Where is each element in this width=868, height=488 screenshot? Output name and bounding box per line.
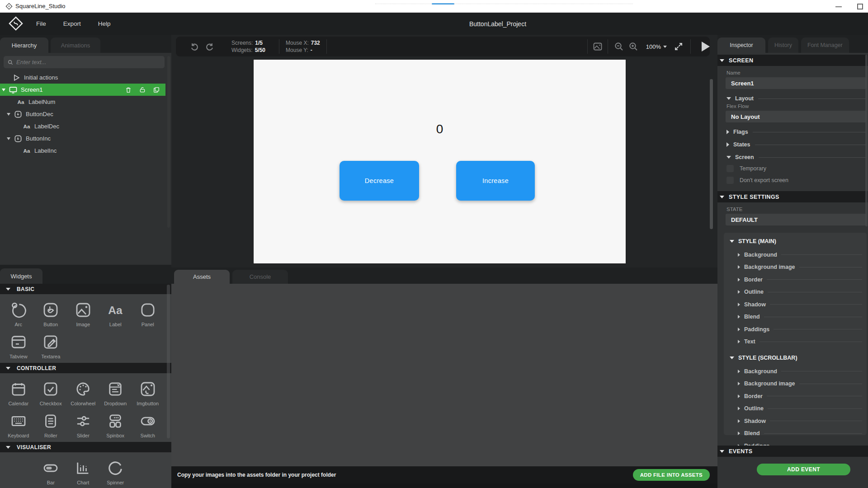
checkbox[interactable] xyxy=(726,165,734,172)
tree-item-buttondec[interactable]: ButtonDec xyxy=(0,108,165,120)
tree-item-labelinc[interactable]: Aa LabelInc xyxy=(0,145,165,157)
style-main-shadow[interactable]: Shadow xyxy=(738,301,862,308)
tree-item-screen1[interactable]: Screen1 xyxy=(0,84,165,96)
widget-tabview[interactable]: Tabview xyxy=(2,331,35,359)
name-field[interactable]: Screen1 xyxy=(726,77,866,89)
search-input[interactable] xyxy=(16,59,161,66)
widget-checkbox[interactable]: Checkbox xyxy=(35,378,67,406)
widget-switch[interactable]: Switch xyxy=(132,410,164,438)
style-scrollbar-blend[interactable]: Blend xyxy=(738,430,862,436)
style-scrollbar-background-image[interactable]: Background image xyxy=(738,380,862,387)
style-settings-header[interactable]: STYLE SETTINGS xyxy=(717,191,868,202)
widget-spinner[interactable]: Spinner xyxy=(99,457,132,485)
zoom-level-dropdown[interactable]: 100% xyxy=(646,43,667,50)
widget-roller[interactable]: Roller xyxy=(35,410,67,438)
counter-label[interactable]: 0 xyxy=(436,122,443,136)
tree-item-buttoninc[interactable]: ButtonInc xyxy=(0,132,165,145)
expand-caret-icon[interactable] xyxy=(7,137,10,140)
add-event-button[interactable]: ADD EVENT xyxy=(757,464,850,475)
section-basic[interactable]: BASIC xyxy=(0,284,171,294)
style-main-blend[interactable]: Blend xyxy=(738,314,862,320)
flags-group[interactable]: Flags xyxy=(726,129,866,135)
style-scrollbar-shadow[interactable]: Shadow xyxy=(738,418,862,424)
background-image-icon[interactable] xyxy=(592,41,603,52)
widget-arc[interactable]: Arc xyxy=(2,299,35,327)
style-scrollbar-border[interactable]: Border xyxy=(738,393,862,399)
style-main-text[interactable]: Text xyxy=(738,338,862,345)
tab-history[interactable]: History xyxy=(768,38,798,53)
unlock-icon[interactable] xyxy=(139,86,146,94)
hierarchy-scrollbar[interactable] xyxy=(167,56,170,228)
delete-icon[interactable] xyxy=(125,86,132,94)
states-group[interactable]: States xyxy=(726,141,866,148)
widget-label[interactable]: Aa Label xyxy=(99,299,132,327)
widget-image[interactable]: Image xyxy=(67,299,99,327)
section-visualiser[interactable]: VISUALISER xyxy=(0,442,171,452)
style-main-paddings[interactable]: Paddings xyxy=(738,326,862,333)
widget-slider[interactable]: Slider xyxy=(67,410,99,438)
tree-item-labelnum[interactable]: Aa LabelNum xyxy=(0,96,165,108)
style-main-background[interactable]: Background xyxy=(738,252,862,258)
zoom-in-icon[interactable] xyxy=(628,41,639,52)
flex-flow-field[interactable]: No Layout xyxy=(726,111,866,122)
layout-group[interactable]: Layout xyxy=(726,95,866,102)
canvas-scrollbar[interactable] xyxy=(710,79,713,229)
tab-animations[interactable]: Animations xyxy=(51,38,100,53)
add-file-into-assets-button[interactable]: ADD FILE INTO ASSETS xyxy=(633,469,710,481)
dont-export-checkbox-row[interactable]: Don't export screen xyxy=(726,177,868,184)
style-main-outline[interactable]: Outline xyxy=(738,289,862,295)
style-main-border[interactable]: Border xyxy=(738,277,862,283)
widgets-scrollbar[interactable] xyxy=(167,285,170,438)
expand-caret-icon[interactable] xyxy=(2,89,5,91)
tab-console[interactable]: Console xyxy=(232,270,288,284)
widget-spinbox[interactable]: Spinbox xyxy=(99,410,132,438)
widget-panel[interactable]: Panel xyxy=(132,299,164,327)
maximize-button[interactable] xyxy=(857,4,863,9)
widget-dropdown[interactable]: Dropdown xyxy=(99,378,132,406)
widget-keyboard[interactable]: Keyboard xyxy=(2,410,35,438)
state-field[interactable]: DEFAULT xyxy=(726,214,866,225)
widget-chart[interactable]: Chart xyxy=(67,457,99,485)
redo-icon[interactable] xyxy=(204,41,216,52)
fit-screen-icon[interactable] xyxy=(673,41,684,52)
widget-colorwheel[interactable]: Colorwheel xyxy=(67,378,99,406)
style-main-background-image[interactable]: Background image xyxy=(738,264,862,270)
hierarchy-search[interactable] xyxy=(4,56,165,68)
assets-content[interactable] xyxy=(171,284,717,466)
play-button[interactable] xyxy=(702,42,710,52)
widget-textarea[interactable]: Textarea xyxy=(35,331,67,359)
menu-export[interactable]: Export xyxy=(63,20,81,27)
menu-file[interactable]: File xyxy=(36,20,46,27)
tab-hierarchy[interactable]: Hierarchy xyxy=(0,38,48,53)
temporary-checkbox-row[interactable]: Temporary xyxy=(726,165,868,172)
decrease-button[interactable]: Decrease xyxy=(340,161,419,201)
screen-group[interactable]: Screen xyxy=(726,154,866,160)
widget-button[interactable]: Button xyxy=(35,299,67,327)
widget-bar[interactable]: Bar xyxy=(35,457,67,485)
style-main-header[interactable]: STYLE (MAIN) xyxy=(724,233,867,245)
minimize-button[interactable] xyxy=(835,6,842,7)
widget-calendar[interactable]: Calendar xyxy=(2,378,35,406)
expand-caret-icon[interactable] xyxy=(7,113,10,116)
style-scrollbar-outline[interactable]: Outline xyxy=(738,405,862,412)
checkbox[interactable] xyxy=(726,177,734,184)
inspector-scrollbar[interactable] xyxy=(865,55,868,226)
section-controller[interactable]: CONTROLLER xyxy=(0,363,171,373)
device-screen[interactable]: 0 Decrease Increase xyxy=(254,60,626,263)
duplicate-icon[interactable] xyxy=(153,86,160,94)
menu-help[interactable]: Help xyxy=(98,20,111,27)
tree-item-labeldec[interactable]: Aa LabelDec xyxy=(0,120,165,132)
tab-widgets[interactable]: Widgets xyxy=(0,268,42,284)
tree-item-initial-actions[interactable]: Initial actions xyxy=(0,71,165,84)
undo-icon[interactable] xyxy=(189,41,200,52)
tab-inspector[interactable]: Inspector xyxy=(717,38,765,53)
tab-assets[interactable]: Assets xyxy=(174,270,230,284)
tab-font-manager[interactable]: Font Manager xyxy=(801,38,849,53)
style-scrollbar-header[interactable]: STYLE (SCROLLBAR) xyxy=(724,345,867,362)
widget-imgbutton[interactable]: Imgbutton xyxy=(132,378,164,406)
increase-button[interactable]: Increase xyxy=(456,161,535,201)
screen-section-header[interactable]: SCREEN xyxy=(717,55,868,66)
events-section-header[interactable]: EVENTS xyxy=(717,446,868,457)
zoom-out-icon[interactable] xyxy=(613,41,624,52)
style-scrollbar-background[interactable]: Background xyxy=(738,368,862,375)
